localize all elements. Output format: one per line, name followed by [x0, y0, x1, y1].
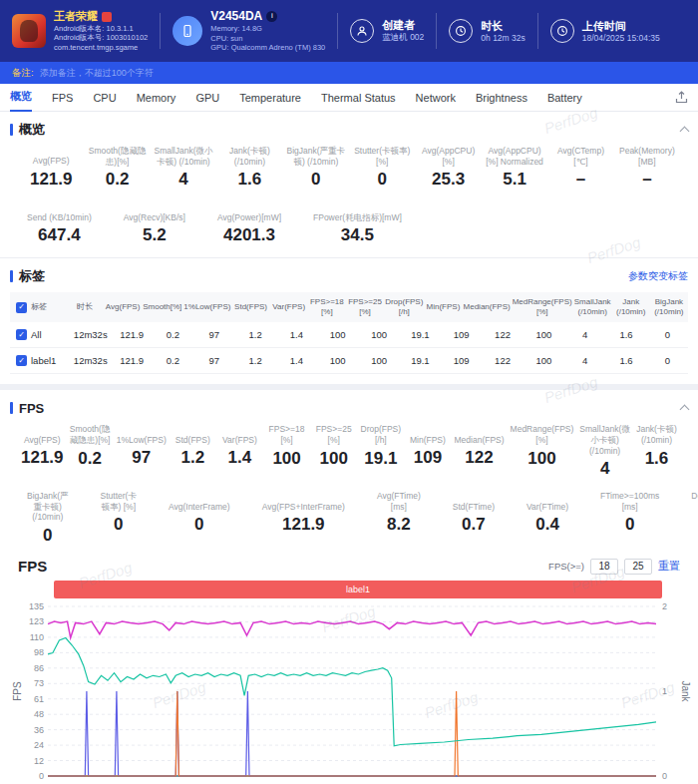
- metric-label: FTime>=100ms [ms]: [600, 491, 659, 512]
- svg-text:12: 12: [34, 756, 44, 766]
- fps-chart[interactable]: 0122436486173869811012313501200:0000:400…: [10, 600, 688, 784]
- note-input[interactable]: 添加备注，不超过100个字符: [40, 67, 154, 80]
- tab-Memory[interactable]: Memory: [137, 84, 176, 112]
- row-value: 121.9: [111, 327, 152, 343]
- metric-value: 0: [27, 526, 69, 546]
- svg-text:61: 61: [34, 694, 44, 704]
- tab-Brightness[interactable]: Brightness: [476, 84, 527, 112]
- metric-label: Min(FPS): [407, 424, 448, 445]
- metric: Jank(卡顿) (/10min)1.6: [216, 146, 282, 190]
- metric-value: 0: [691, 515, 698, 535]
- metric-label: SmallJank(微小卡顿) (/10min): [154, 146, 213, 167]
- metric-value: 121.9: [262, 515, 345, 535]
- metric: Avg(Power)[mW]4201.3: [214, 201, 284, 245]
- series-Jank: [48, 691, 656, 776]
- device-cpu: CPU: sun: [210, 34, 325, 44]
- metric-value: 121.9: [21, 448, 64, 468]
- metric-value: 5.2: [124, 225, 185, 245]
- package-name: com.tencent.tmgp.sgame: [54, 43, 148, 52]
- metric-label: Send (KB/10min): [27, 201, 92, 222]
- row-value: 1.6: [605, 353, 646, 369]
- tab-CPU[interactable]: CPU: [93, 84, 116, 112]
- android-version-name: Android版本名: 10.3.1.1: [54, 24, 148, 33]
- metric: Smooth(隐藏隐患)[%]0.2: [84, 146, 150, 190]
- tab-Network[interactable]: Network: [416, 84, 456, 112]
- metric-label: Avg(CTemp)[℃]: [550, 146, 610, 167]
- overview-title: 概览: [19, 121, 45, 139]
- svg-text:110: 110: [30, 632, 44, 642]
- metric: Jank(卡顿) (/10min)1.6: [633, 424, 680, 479]
- label-banner[interactable]: label1: [54, 581, 662, 598]
- tab-GPU[interactable]: GPU: [195, 84, 219, 112]
- metric: Stutter(卡顿率) [%]0: [98, 491, 140, 546]
- note-bar[interactable]: 备注: 添加备注，不超过100个字符: [0, 62, 698, 84]
- column-header: FPS>=25 [%]: [346, 295, 384, 319]
- table-row[interactable]: ✓label112m32s121.90.2971.21.410010019.11…: [10, 348, 688, 374]
- fps-threshold-input-2[interactable]: [624, 559, 652, 575]
- checkbox[interactable]: ✓: [16, 355, 27, 366]
- upload-time-value: 18/04/2025 15:04:35: [582, 33, 660, 43]
- checkbox[interactable]: ✓: [16, 329, 27, 340]
- svg-text:48: 48: [34, 709, 44, 719]
- svg-text:36: 36: [34, 725, 44, 735]
- metric: Avg(AppCPU)[%]25.3: [415, 146, 481, 190]
- metric: MedRange(FPS)[%]100: [508, 424, 577, 479]
- device-name: V2454DA: [210, 9, 262, 24]
- metric-value: 100: [266, 449, 307, 469]
- metric-value: 109: [407, 448, 448, 468]
- metric: Stutter(卡顿率) [%]0: [349, 146, 415, 190]
- section-accent: [10, 402, 13, 414]
- note-label: 备注:: [12, 67, 34, 80]
- fps-chart-title: FPS: [18, 558, 47, 575]
- metric-label: Var(FTime): [526, 491, 568, 512]
- tab-概览[interactable]: 概览: [10, 84, 32, 112]
- metric-label: Jank(卡顿) (/10min): [219, 146, 279, 167]
- table-row[interactable]: ✓All12m32s121.90.2971.21.410010019.11091…: [10, 322, 688, 348]
- perfdog-report-page: PerfDog PerfDog PerfDog PerfDog PerfDog …: [0, 0, 698, 784]
- export-icon[interactable]: [675, 91, 688, 104]
- tab-bar: 概览FPSCPUMemoryGPUTemperatureThermal Stat…: [0, 84, 698, 112]
- top-header: 王者荣耀 Android版本名: 10.3.1.1 Android版本号: 10…: [0, 0, 698, 62]
- svg-text:123: 123: [29, 616, 44, 626]
- column-header: Min(FPS): [424, 300, 462, 314]
- svg-text:Jank: Jank: [680, 680, 691, 702]
- fps-threshold-input-1[interactable]: [590, 559, 618, 575]
- metric-value: 5.1: [485, 170, 544, 190]
- metric-value: –: [617, 170, 677, 190]
- metric-label: Std(FPS): [173, 424, 213, 445]
- row-value: 0.2: [153, 327, 193, 343]
- row-value: 97: [193, 327, 234, 343]
- column-header: Jank (/10min): [612, 295, 650, 319]
- svg-text:73: 73: [34, 678, 44, 688]
- info-badge-icon[interactable]: i: [266, 11, 277, 22]
- metric: SmallJank(微小卡顿) (/10min)4: [576, 424, 633, 479]
- metric-value: 1.6: [636, 449, 677, 469]
- collapse-chevron-icon[interactable]: [680, 405, 690, 415]
- metric-value: 122: [455, 448, 505, 468]
- row-value: 1.2: [234, 353, 275, 369]
- row-value: 0.2: [153, 353, 193, 369]
- duration-value: 0h 12m 32s: [481, 33, 524, 43]
- metric-label: Jank(卡顿) (/10min): [636, 424, 677, 445]
- tab-Battery[interactable]: Battery: [547, 84, 582, 112]
- tab-Thermal Status[interactable]: Thermal Status: [321, 84, 396, 112]
- metric-label: Smooth(隐藏隐患)[%]: [70, 424, 111, 445]
- reset-button[interactable]: 重置: [658, 559, 680, 574]
- metric: Avg(FPS+InterFrame)121.9: [259, 491, 348, 546]
- checkbox[interactable]: ✓: [16, 302, 27, 313]
- duration-block: 时长 0h 12m 32s: [437, 11, 536, 51]
- tab-Temperature[interactable]: Temperature: [239, 84, 301, 112]
- row-value: 0: [647, 353, 688, 369]
- game-badge-icon: [102, 12, 112, 22]
- clock-icon: [449, 19, 473, 43]
- tab-FPS[interactable]: FPS: [52, 84, 73, 112]
- creator-label: 创建者: [382, 18, 424, 32]
- column-header: Std(FPS): [231, 300, 269, 314]
- row-label: ✓All: [10, 327, 70, 343]
- metric: Avg(AppCPU) [%] Normalized5.1: [482, 146, 547, 190]
- collapse-chevron-icon[interactable]: [680, 127, 690, 137]
- device-memory: Memory: 14.8G: [210, 24, 325, 34]
- param-mutation-label-link[interactable]: 参数突变标签: [628, 269, 688, 283]
- metric: Var(FPS)1.4: [216, 424, 263, 479]
- svg-text:0: 0: [662, 771, 667, 781]
